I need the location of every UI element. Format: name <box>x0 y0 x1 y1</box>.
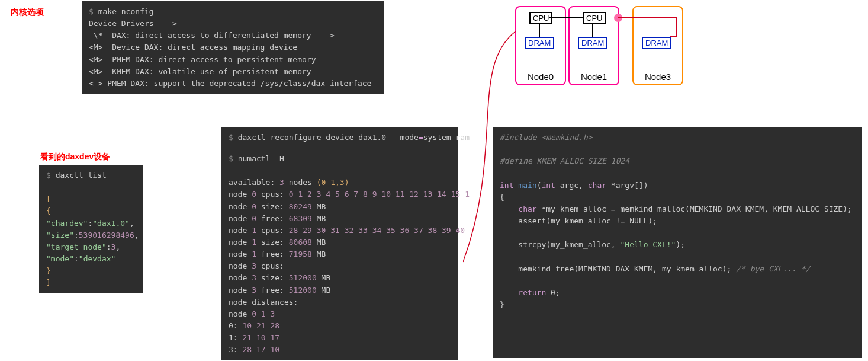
caption-daxdev-seen: 看到的daxdev设备 <box>40 152 110 162</box>
node1-label: Node1 <box>570 72 618 82</box>
caption-kernel-options: 内核选项 <box>11 7 44 18</box>
node0-label: Node0 <box>516 72 565 82</box>
terminal-nconfig: $ make nconfig Device Drivers ---> -\*- … <box>82 1 384 94</box>
terminal-numactl: $ numactl -H available: 3 nodes (0-1,3) … <box>221 148 458 360</box>
cxl-dot-icon <box>614 14 622 22</box>
node0: CPU DRAM Node0 <box>515 6 566 85</box>
node0-cpu: CPU <box>529 12 552 24</box>
code-memkind: #include <memkind.h> #define KMEM_ALLOC_… <box>493 127 862 358</box>
terminal-daxctl-list: $ daxctl list [ { "chardev":"dax1.0", "s… <box>39 165 143 293</box>
node3-label: Node3 <box>634 72 682 82</box>
numa-diagram: CPU DRAM Node0 CPU DRAM Node1 DRAM Node3 <box>515 6 693 107</box>
node1: CPU DRAM Node1 <box>568 6 619 85</box>
node1-dram: DRAM <box>578 37 607 49</box>
node3-dram: DRAM <box>642 37 671 49</box>
node1-cpu: CPU <box>583 12 606 24</box>
terminal-reconfigure: $ daxctl reconfigure-device dax1.0 --mod… <box>221 127 458 148</box>
node0-dram: DRAM <box>525 37 554 49</box>
